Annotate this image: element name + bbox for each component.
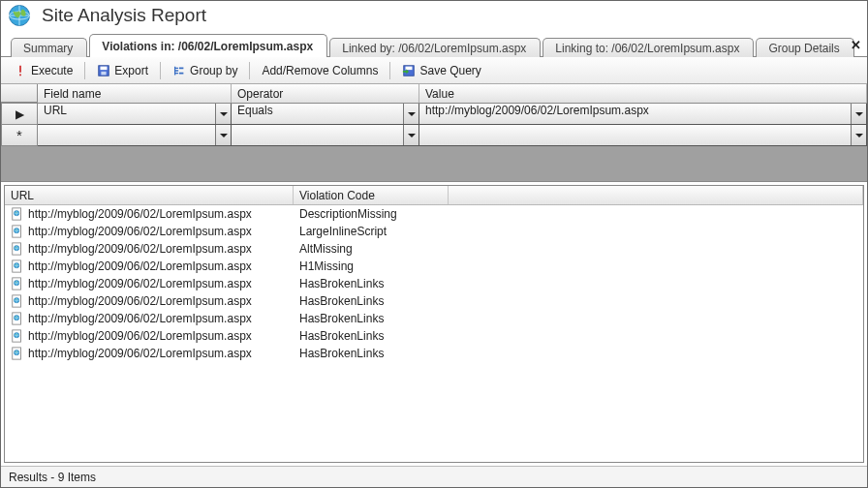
button-label: Save Query: [419, 64, 480, 77]
url-cell: http://myblog/2009/06/02/LoremIpsum.aspx: [5, 293, 294, 309]
query-header-value[interactable]: Value: [419, 84, 867, 103]
page-icon: [11, 259, 24, 273]
close-icon[interactable]: ✕: [851, 38, 861, 52]
value-input[interactable]: http://myblog/2009/06/02/LoremIpsum.aspx: [419, 104, 866, 124]
dropdown-icon[interactable]: [403, 125, 418, 145]
page-icon: [11, 347, 24, 360]
value-input[interactable]: [419, 125, 866, 145]
blank-cell: [449, 248, 863, 250]
query-row-new: *: [1, 125, 867, 146]
code-cell: HasBrokenLinks: [294, 328, 449, 344]
separator: [160, 62, 161, 79]
url-cell: http://myblog/2009/06/02/LoremIpsum.aspx: [5, 346, 294, 361]
dropdown-icon[interactable]: [851, 104, 866, 124]
field-cell[interactable]: URL: [38, 104, 232, 125]
query-grid: Field name Operator Value ▶ URL Equals h…: [1, 84, 867, 182]
query-header-field[interactable]: Field name: [38, 84, 232, 103]
url-cell: http://myblog/2009/06/02/LoremIpsum.aspx: [5, 206, 294, 222]
table-row[interactable]: http://myblog/2009/06/02/LoremIpsum.aspx…: [5, 275, 863, 292]
operator-select[interactable]: Equals: [232, 104, 418, 124]
url-cell: http://myblog/2009/06/02/LoremIpsum.aspx: [5, 311, 294, 326]
toolbar: Execute Export Group by Add/Remove Colum…: [1, 57, 867, 84]
table-row[interactable]: http://myblog/2009/06/02/LoremIpsum.aspx…: [5, 292, 863, 310]
dropdown-icon[interactable]: [215, 125, 231, 145]
disk-arrow-icon: [402, 64, 416, 77]
addremove-columns-button[interactable]: Add/Remove Columns: [255, 61, 385, 80]
disk-icon: [97, 64, 110, 77]
dropdown-icon[interactable]: [215, 104, 231, 124]
dropdown-icon[interactable]: [403, 104, 418, 124]
field-select[interactable]: [38, 125, 231, 145]
svg-rect-5: [101, 66, 108, 70]
query-row: ▶ URL Equals http://myblog/2009/06/02/Lo…: [1, 104, 867, 125]
url-cell: http://myblog/2009/06/02/LoremIpsum.aspx: [5, 328, 294, 344]
separator: [84, 62, 85, 79]
tab-violations[interactable]: Violations in: /06/02/LoremIpsum.aspx: [89, 34, 327, 57]
table-row[interactable]: http://myblog/2009/06/02/LoremIpsum.aspx…: [5, 258, 863, 275]
tab-linked-by[interactable]: Linked by: /06/02/LoremIpsum.aspx: [329, 38, 541, 57]
groupby-button[interactable]: Group by: [166, 61, 244, 80]
results-header-blank: [449, 186, 863, 204]
tab-linking-to[interactable]: Linking to: /06/02/LoremIpsum.aspx: [542, 38, 754, 57]
table-row[interactable]: http://myblog/2009/06/02/LoremIpsum.aspx…: [5, 327, 863, 345]
button-label: Export: [114, 64, 148, 77]
dropdown-icon[interactable]: [851, 125, 866, 145]
url-text: http://myblog/2009/06/02/LoremIpsum.aspx: [28, 294, 252, 308]
results-header-url[interactable]: URL: [5, 186, 294, 204]
row-marker-new[interactable]: *: [1, 125, 38, 146]
tab-label: Linked by: /06/02/LoremIpsum.aspx: [342, 42, 526, 55]
table-row[interactable]: http://myblog/2009/06/02/LoremIpsum.aspx…: [5, 223, 863, 240]
row-marker-current[interactable]: ▶: [1, 104, 38, 125]
row-header-spacer: [1, 84, 38, 103]
tab-label: Group Details: [768, 42, 839, 55]
tab-summary[interactable]: Summary: [11, 38, 87, 57]
table-row[interactable]: http://myblog/2009/06/02/LoremIpsum.aspx…: [5, 310, 863, 327]
field-select[interactable]: URL: [38, 104, 231, 124]
results-body: http://myblog/2009/06/02/LoremIpsum.aspx…: [5, 205, 863, 362]
export-button[interactable]: Export: [90, 61, 155, 80]
url-text: http://myblog/2009/06/02/LoremIpsum.aspx: [28, 312, 252, 325]
button-label: Group by: [190, 64, 237, 77]
separator: [249, 62, 250, 79]
field-cell[interactable]: [38, 125, 232, 146]
titlebar: Site Analysis Report: [1, 1, 867, 34]
svg-rect-7: [179, 67, 183, 69]
table-row[interactable]: http://myblog/2009/06/02/LoremIpsum.aspx…: [5, 240, 863, 258]
svg-rect-8: [179, 72, 183, 74]
code-cell: HasBrokenLinks: [294, 293, 449, 309]
value-cell[interactable]: http://myblog/2009/06/02/LoremIpsum.aspx: [419, 104, 867, 125]
table-row[interactable]: http://myblog/2009/06/02/LoremIpsum.aspx…: [5, 345, 863, 362]
code-cell: LargeInlineScript: [294, 224, 449, 239]
query-header-operator[interactable]: Operator: [232, 84, 419, 103]
status-text: Results - 9 Items: [9, 471, 96, 484]
exclamation-icon: [14, 64, 27, 77]
page-icon: [11, 242, 24, 256]
query-rows: ▶ URL Equals http://myblog/2009/06/02/Lo…: [1, 104, 867, 146]
page-title: Site Analysis Report: [42, 5, 206, 26]
button-label: Execute: [31, 64, 73, 77]
separator: [389, 62, 390, 79]
svg-rect-2: [19, 65, 21, 72]
table-row[interactable]: http://myblog/2009/06/02/LoremIpsum.aspx…: [5, 205, 863, 223]
url-cell: http://myblog/2009/06/02/LoremIpsum.aspx: [5, 241, 294, 257]
results-header-code[interactable]: Violation Code: [294, 186, 449, 204]
tab-group-details[interactable]: Group Details: [756, 38, 853, 57]
button-label: Add/Remove Columns: [262, 64, 378, 77]
url-text: http://myblog/2009/06/02/LoremIpsum.aspx: [28, 259, 252, 273]
blank-cell: [449, 265, 863, 267]
value-cell[interactable]: [419, 125, 867, 146]
url-cell: http://myblog/2009/06/02/LoremIpsum.aspx: [5, 276, 294, 291]
page-icon: [11, 294, 24, 308]
blank-cell: [449, 300, 863, 302]
save-query-button[interactable]: Save Query: [395, 61, 487, 80]
operator-cell[interactable]: Equals: [232, 104, 419, 125]
operator-select[interactable]: [232, 125, 418, 145]
operator-cell[interactable]: [232, 125, 419, 146]
svg-rect-6: [102, 71, 107, 75]
execute-button[interactable]: Execute: [7, 61, 79, 80]
tab-label: Violations in: /06/02/LoremIpsum.aspx: [102, 40, 313, 53]
results-grid[interactable]: URL Violation Code http://myblog/2009/06…: [4, 185, 864, 463]
url-text: http://myblog/2009/06/02/LoremIpsum.aspx: [28, 347, 252, 360]
page-icon: [11, 277, 24, 290]
page-icon: [11, 207, 24, 221]
